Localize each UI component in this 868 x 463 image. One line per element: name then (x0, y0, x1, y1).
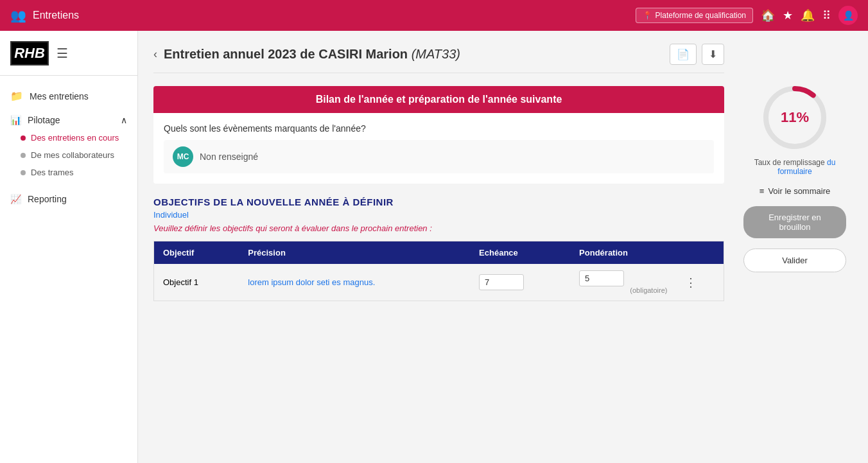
home-icon[interactable]: 🏠 (761, 8, 775, 22)
right-panel: 11% Taux de remplissage du formulaire ≡ … (737, 44, 853, 450)
download-button[interactable]: ⬇ (702, 44, 724, 65)
sidebar-nav: 📁 Mes entretiens 📊 Pilotage ∧ Des entret… (0, 76, 137, 218)
reporting-icon: 📈 (10, 194, 21, 204)
objectif-cell: Objectif 1 (154, 264, 239, 301)
trames-label: Des trames (31, 168, 73, 177)
objectives-sub: Individuel (153, 210, 724, 220)
echeance-input[interactable] (479, 274, 524, 290)
app-title: Entretiens (33, 10, 79, 21)
ponderation-input[interactable] (579, 270, 624, 286)
dot-icon (21, 170, 26, 175)
sidebar-mes-entretiens-label: Mes entretiens (30, 91, 89, 101)
section-card: Bilan de l'année et préparation de l'ann… (153, 86, 724, 184)
save-draft-button[interactable]: Enregistrer en brouillon (743, 206, 846, 238)
answer-row: MC Non renseigné (164, 140, 714, 173)
precision-value: lorem ipsum dolor seti es magnus. (248, 277, 375, 287)
collaborateurs-label: De mes collaborateurs (31, 150, 114, 160)
back-button[interactable]: ‹ (153, 48, 157, 61)
answer-text: Non renseigné (200, 152, 258, 162)
top-nav-right: 📍 Plateforme de qualification 🏠 ★ 🔔 ⠿ 👤 (636, 6, 858, 25)
top-nav: 👥 Entretiens 📍 Plateforme de qualificati… (0, 0, 868, 31)
top-nav-left: 👥 Entretiens (10, 8, 79, 23)
dot-icon (21, 135, 26, 141)
view-summary-button[interactable]: ≡ Voir le sommaire (759, 186, 830, 196)
bell-icon[interactable]: 🔔 (801, 8, 815, 22)
user-avatar[interactable]: 👤 (838, 6, 858, 25)
menu-icon: ≡ (759, 186, 765, 196)
users-icon: 👥 (10, 8, 26, 23)
page-title-main: Entretien annuel 2023 de CASIRI Marion (164, 47, 408, 61)
fill-rate-highlight: du formulaire (777, 158, 835, 176)
sidebar-section-pilotage: 📊 Pilotage ∧ Des entretiens en cours De … (0, 109, 137, 188)
col-echeance: Echéance (470, 241, 570, 265)
sidebar-sub-collaborateurs[interactable]: De mes collaborateurs (15, 146, 127, 164)
pilotage-label: Pilotage (28, 115, 60, 125)
progress-circle: 11% (759, 82, 830, 153)
pilotage-subitems: Des entretiens en cours De mes collabora… (10, 129, 127, 181)
content-area: ‹ Entretien annuel 2023 de CASIRI Marion… (153, 44, 724, 450)
section-body: Quels sont les évènements marquants de l… (153, 113, 724, 184)
ponderation-cell: (obligatoire) (570, 264, 676, 301)
fill-rate-text: Taux de remplissage du formulaire (737, 158, 853, 176)
pilotage-icon: 📊 (10, 115, 21, 125)
progress-circle-container: 11% Taux de remplissage du formulaire (737, 82, 853, 176)
star-icon[interactable]: ★ (783, 8, 793, 22)
entretiens-cours-label: Des entretiens en cours (31, 133, 119, 143)
page-title: Entretien annuel 2023 de CASIRI Marion (… (164, 47, 460, 62)
avatar-mc: MC (173, 146, 193, 167)
section-header: Bilan de l'année et préparation de l'ann… (153, 86, 724, 113)
actions-cell: ⋮ (676, 264, 724, 301)
objectives-instruction: Veuillez définir les objectifs qui seron… (153, 223, 724, 233)
objectives-section: OBJECTIFS DE LA NOUVELLE ANNÉE À DÉFINIR… (153, 197, 724, 301)
sidebar-item-reporting[interactable]: 📈 Reporting (0, 188, 137, 211)
sidebar-sub-trames[interactable]: Des trames (15, 164, 127, 181)
question-text: Quels sont les évènements marquants de l… (164, 123, 714, 134)
location-icon: 📍 (643, 11, 652, 20)
user-icon: 👤 (843, 10, 854, 21)
more-options-button[interactable]: ⋮ (685, 275, 697, 290)
col-objectif: Objectif (154, 241, 239, 265)
dot-icon (21, 153, 26, 158)
sidebar-sub-entretiens-cours[interactable]: Des entretiens en cours (15, 129, 127, 146)
echeance-cell (470, 264, 570, 301)
objectives-table: Objectif Précision Echéance Pondération … (153, 241, 724, 301)
page-header: ‹ Entretien annuel 2023 de CASIRI Marion… (153, 44, 724, 73)
objectives-title: OBJECTIFS DE LA NOUVELLE ANNÉE À DÉFINIR (153, 197, 724, 207)
platform-badge[interactable]: 📍 Plateforme de qualification (636, 8, 753, 23)
obligatoire-label: (obligatoire) (579, 286, 667, 294)
rhb-logo: RHB (10, 41, 49, 66)
main-content: ‹ Entretien annuel 2023 de CASIRI Marion… (138, 31, 868, 463)
save-draft-label: Enregistrer en brouillon (768, 213, 821, 232)
col-ponderation: Pondération (570, 241, 676, 265)
precision-cell: lorem ipsum dolor seti es magnus. (239, 264, 470, 301)
sidebar: RHB ☰ 📁 Mes entretiens 📊 Pilotage ∧ Des … (0, 31, 138, 463)
objectif-value: Objectif 1 (163, 277, 198, 287)
view-doc-button[interactable]: 📄 (670, 44, 697, 65)
page-header-right: 📄 ⬇ (670, 44, 724, 65)
sidebar-item-mes-entretiens[interactable]: 📁 Mes entretiens (0, 83, 137, 109)
hamburger-menu[interactable]: ☰ (56, 46, 68, 61)
col-actions (676, 241, 724, 265)
reporting-label: Reporting (28, 194, 67, 204)
table-row: Objectif 1 lorem ipsum dolor seti es mag… (154, 264, 724, 301)
pilotage-header[interactable]: 📊 Pilotage ∧ (10, 115, 127, 125)
progress-percentage: 11% (781, 109, 809, 126)
validate-label: Valider (782, 256, 808, 265)
page-header-left: ‹ Entretien annuel 2023 de CASIRI Marion… (153, 47, 460, 62)
grid-icon[interactable]: ⠿ (822, 8, 831, 22)
view-summary-label: Voir le sommaire (768, 186, 830, 196)
col-precision: Précision (239, 241, 470, 265)
platform-label: Plateforme de qualification (655, 11, 746, 20)
sidebar-logo: RHB ☰ (0, 31, 137, 76)
page-title-suffix: (MAT33) (412, 47, 460, 61)
validate-button[interactable]: Valider (743, 249, 846, 272)
folder-icon: 📁 (10, 90, 23, 102)
chevron-up-icon: ∧ (121, 115, 127, 125)
